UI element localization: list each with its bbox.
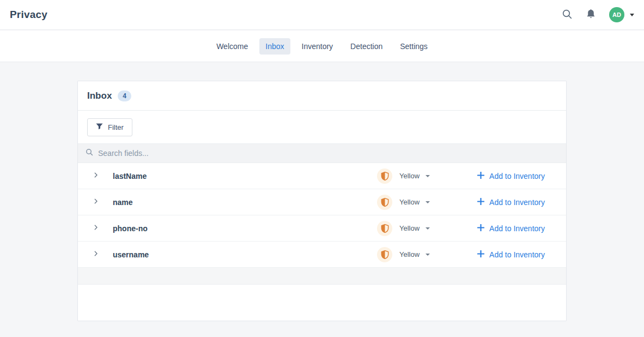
avatar[interactable]: AD	[609, 7, 624, 22]
add-to-inventory-label: Add to Inventory	[489, 172, 545, 180]
add-to-inventory-label: Add to Inventory	[489, 198, 545, 207]
plus-icon	[477, 224, 484, 233]
add-to-inventory-button[interactable]: Add to Inventory	[477, 224, 545, 233]
top-bar-actions: AD	[562, 7, 634, 22]
field-row: phone-no Yellow	[78, 215, 566, 242]
expand-row-button[interactable]	[93, 250, 99, 258]
chevron-down-icon	[426, 227, 430, 230]
field-row: lastName Yellow	[78, 163, 566, 189]
add-to-inventory-button[interactable]: Add to Inventory	[477, 198, 545, 207]
expand-row-button[interactable]	[93, 224, 99, 232]
sensitivity-group: Yellow	[377, 247, 430, 262]
tab-inventory[interactable]: Inventory	[296, 38, 339, 55]
add-to-inventory-label: Add to Inventory	[489, 250, 545, 259]
plus-icon	[477, 198, 484, 207]
shield-icon	[377, 168, 392, 184]
chevron-right-icon	[93, 224, 99, 232]
bell-icon	[586, 9, 596, 21]
field-name: username	[113, 250, 149, 259]
field-row: username Yellow	[78, 242, 566, 268]
sensitivity-level-dropdown[interactable]: Yellow	[399, 172, 430, 180]
add-to-inventory-button[interactable]: Add to Inventory	[477, 172, 545, 180]
sensitivity-level-dropdown[interactable]: Yellow	[399, 198, 430, 206]
sensitivity-group: Yellow	[377, 195, 430, 210]
plus-icon	[477, 172, 484, 180]
card-footer	[78, 285, 566, 321]
field-name: name	[113, 198, 133, 207]
expand-row-button[interactable]	[93, 172, 99, 180]
tab-inbox[interactable]: Inbox	[259, 38, 290, 55]
field-name: lastName	[113, 172, 147, 180]
sensitivity-group: Yellow	[377, 221, 430, 236]
tab-settings[interactable]: Settings	[394, 38, 434, 55]
app-title: Privacy	[10, 9, 47, 21]
chevron-right-icon	[93, 172, 99, 180]
notifications-button[interactable]	[586, 9, 596, 21]
shield-icon	[377, 247, 392, 262]
search-fields-input[interactable]	[98, 149, 370, 158]
search-fields-icon	[86, 148, 93, 158]
expand-row-button[interactable]	[93, 198, 99, 206]
add-to-inventory-button[interactable]: Add to Inventory	[477, 250, 545, 259]
account-menu[interactable]: AD	[609, 7, 634, 22]
filter-button[interactable]: Filter	[87, 118, 132, 136]
inbox-card: Inbox 4 Filter	[77, 81, 567, 321]
page-title: Inbox	[87, 91, 112, 101]
field-name: phone-no	[113, 224, 148, 233]
table-footer-strip	[78, 268, 566, 285]
filter-button-label: Filter	[108, 123, 124, 131]
top-bar: Privacy AD	[0, 0, 644, 30]
chevron-right-icon	[93, 198, 99, 206]
sensitivity-level-value: Yellow	[399, 224, 420, 232]
chevron-right-icon	[93, 250, 99, 258]
tab-detection[interactable]: Detection	[344, 38, 388, 55]
sensitivity-level-dropdown[interactable]: Yellow	[399, 224, 430, 232]
inbox-count-badge: 4	[118, 91, 131, 101]
chevron-down-icon	[426, 175, 430, 177]
add-to-inventory-label: Add to Inventory	[489, 224, 545, 233]
shield-icon	[377, 221, 392, 236]
sensitivity-level-value: Yellow	[399, 172, 420, 180]
filter-section: Filter	[78, 111, 566, 143]
tab-welcome[interactable]: Welcome	[210, 38, 254, 55]
field-row: name Yellow	[78, 189, 566, 215]
search-bar	[78, 143, 566, 163]
search-icon	[562, 9, 573, 21]
sensitivity-group: Yellow	[377, 168, 430, 184]
chevron-down-icon	[630, 14, 634, 16]
inbox-card-header: Inbox 4	[78, 81, 566, 111]
chevron-down-icon	[426, 201, 430, 203]
sensitivity-level-value: Yellow	[399, 250, 420, 258]
sensitivity-level-dropdown[interactable]: Yellow	[399, 250, 430, 258]
main-nav: Welcome Inbox Inventory Detection Settin…	[0, 31, 644, 62]
plus-icon	[477, 250, 484, 259]
search-button[interactable]	[562, 9, 573, 21]
filter-icon	[96, 123, 103, 131]
chevron-down-icon	[426, 254, 430, 256]
sensitivity-level-value: Yellow	[399, 198, 420, 206]
shield-icon	[377, 195, 392, 210]
